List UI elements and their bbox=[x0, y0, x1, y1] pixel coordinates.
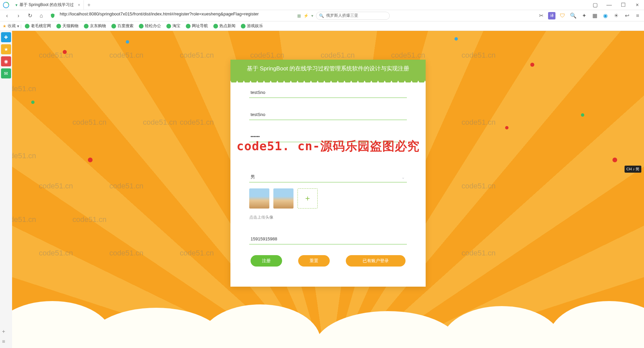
dock-item-4[interactable]: ✉ bbox=[1, 68, 11, 78]
bookmark-icon bbox=[213, 24, 218, 28]
browser-addressbar: ‹ › ↻ ⌂ http://localhost:8080/springboot… bbox=[0, 10, 644, 21]
register-form: ⌄ + 点击上传头像 bbox=[230, 77, 426, 251]
header-wave-decoration bbox=[230, 77, 426, 82]
reset-button[interactable]: 重置 bbox=[298, 255, 330, 267]
puzzle-icon[interactable]: ✦ bbox=[580, 12, 588, 19]
bookmark-icon bbox=[186, 24, 191, 28]
bookmark-item[interactable]: 网址导航 bbox=[184, 23, 210, 29]
window-skin-icon[interactable]: ▢ bbox=[588, 0, 602, 10]
dock-item-1[interactable]: ✚ bbox=[1, 32, 11, 42]
url-input[interactable]: http://localhost:8080/springboot7x015/fr… bbox=[60, 11, 294, 20]
gender-select[interactable]: ⌄ bbox=[249, 172, 407, 188]
bookmark-icon bbox=[111, 24, 116, 28]
dock-item-2[interactable]: ★ bbox=[1, 44, 11, 54]
bookmark-bar: ★ 收藏 ▾ | 老毛桃官网 天猫购物 京东购物 百度搜索 轻松办公 淘宝 网址… bbox=[0, 21, 644, 31]
security-shield-icon[interactable] bbox=[48, 11, 57, 20]
bookmark-item[interactable]: 轻松办公 bbox=[137, 23, 163, 29]
avatar-add-button[interactable]: + bbox=[298, 188, 318, 209]
bookmark-icon bbox=[139, 24, 144, 28]
flash-icon[interactable]: ⚡ bbox=[304, 13, 309, 18]
new-tab-button[interactable]: + bbox=[84, 2, 94, 8]
browser-side-dock: ✚ ★ ◉ ✉ bbox=[0, 31, 12, 78]
nav-back-icon[interactable]: ‹ bbox=[3, 11, 11, 20]
url-dropdown-icon[interactable]: ▾ bbox=[311, 13, 313, 18]
bookmark-icon bbox=[56, 24, 61, 28]
qr-icon[interactable]: ▦ bbox=[297, 13, 301, 18]
bookmark-item[interactable]: 天猫购物 bbox=[54, 23, 80, 29]
bookmark-item[interactable]: 京东购物 bbox=[82, 23, 108, 29]
register-button[interactable]: 注册 bbox=[251, 255, 282, 267]
browser-app-icon bbox=[0, 2, 12, 8]
favorites-label[interactable]: ★ 收藏 ▾ bbox=[3, 23, 19, 29]
window-minimize-icon[interactable]: — bbox=[602, 0, 616, 10]
window-maximize-icon[interactable]: ☐ bbox=[616, 0, 630, 10]
register-card: 基于 SpringBoot 的在线学习过程管理系统软件的设计与实现注册 ⌄ + … bbox=[230, 60, 426, 287]
sun-icon[interactable]: ☀ bbox=[612, 12, 620, 19]
nav-reload-icon[interactable]: ↻ bbox=[25, 11, 34, 20]
bookmark-icon bbox=[84, 24, 89, 28]
avatar-upload-row: + bbox=[249, 188, 407, 209]
card-title: 基于 SpringBoot 的在线学习过程管理系统软件的设计与实现注册 bbox=[230, 60, 426, 77]
tab-close-icon[interactable]: × bbox=[78, 3, 80, 7]
phone-input[interactable] bbox=[249, 234, 407, 244]
bookmark-icon bbox=[25, 24, 30, 28]
nav-home-icon[interactable]: ⌂ bbox=[37, 11, 46, 20]
dock-item-3[interactable]: ◉ bbox=[1, 56, 11, 66]
menu-icon[interactable]: ≡ bbox=[634, 12, 641, 19]
url-text: http://localhost:8080/springboot7x015/fr… bbox=[60, 11, 259, 16]
name-input[interactable] bbox=[249, 109, 407, 120]
scissors-icon[interactable]: ✂ bbox=[537, 12, 545, 19]
upload-hint-text: 点击上传头像 bbox=[249, 215, 407, 220]
search-placeholder: 俄罗斯人挤爆三亚 bbox=[326, 13, 358, 18]
gender-value[interactable] bbox=[249, 172, 407, 182]
grid-icon[interactable]: ▦ bbox=[591, 12, 598, 19]
username-input[interactable] bbox=[249, 87, 407, 98]
tab-title: 基于 SpringBoot 的在线学习过 bbox=[19, 2, 74, 8]
globe-icon[interactable]: ◉ bbox=[602, 12, 609, 19]
browser-tab-active[interactable]: ▾ 基于 SpringBoot 的在线学习过 × bbox=[12, 0, 84, 10]
bookmark-icon bbox=[166, 24, 171, 28]
bookmark-item[interactable]: 老毛桃官网 bbox=[23, 23, 53, 29]
bookmark-item[interactable]: 热点新闻 bbox=[211, 23, 237, 29]
form-button-row: 注册 重置 已有账户登录 bbox=[230, 251, 426, 267]
list-tool-icon[interactable]: ≡ bbox=[2, 339, 5, 345]
browser-search-box[interactable]: 🔍 俄罗斯人挤爆三亚 bbox=[316, 12, 390, 20]
browser-titlebar: ▾ 基于 SpringBoot 的在线学习过 × + ▢ — ☐ × bbox=[0, 0, 644, 10]
star-icon: ★ bbox=[3, 24, 6, 28]
nav-forward-icon[interactable]: › bbox=[14, 11, 23, 20]
translate-icon[interactable]: 译 bbox=[548, 12, 555, 19]
ime-indicator[interactable]: CH ♪ 简 bbox=[625, 166, 642, 173]
left-bottom-tools: + ≡ bbox=[2, 329, 5, 345]
bookmark-icon bbox=[241, 24, 246, 28]
chevron-down-icon: ⌄ bbox=[401, 175, 405, 180]
shield2-icon[interactable]: 🛡 bbox=[559, 12, 566, 19]
magnify-icon[interactable]: 🔍 bbox=[570, 12, 577, 19]
window-close-icon[interactable]: × bbox=[631, 0, 644, 10]
search-icon: 🔍 bbox=[319, 13, 324, 18]
avatar-thumbnail[interactable] bbox=[273, 188, 293, 209]
bookmark-item[interactable]: 游戏娱乐 bbox=[239, 23, 265, 29]
fav-dropdown-icon: ▾ bbox=[17, 24, 19, 28]
avatar-thumbnail[interactable] bbox=[249, 188, 269, 209]
bookmark-item[interactable]: 百度搜索 bbox=[109, 23, 136, 29]
to-login-button[interactable]: 已有账户登录 bbox=[346, 255, 406, 267]
restore-icon[interactable]: ↩ bbox=[623, 12, 631, 19]
tab-favicon-icon: ▾ bbox=[15, 3, 17, 7]
anti-theft-watermark: code51. cn-源码乐园盗图必究 bbox=[236, 138, 419, 155]
plus-tool-icon[interactable]: + bbox=[2, 329, 5, 335]
page-viewport: code51.cn code51.cn code51.cn code51.cn … bbox=[12, 31, 644, 348]
bookmark-item[interactable]: 淘宝 bbox=[164, 23, 182, 29]
